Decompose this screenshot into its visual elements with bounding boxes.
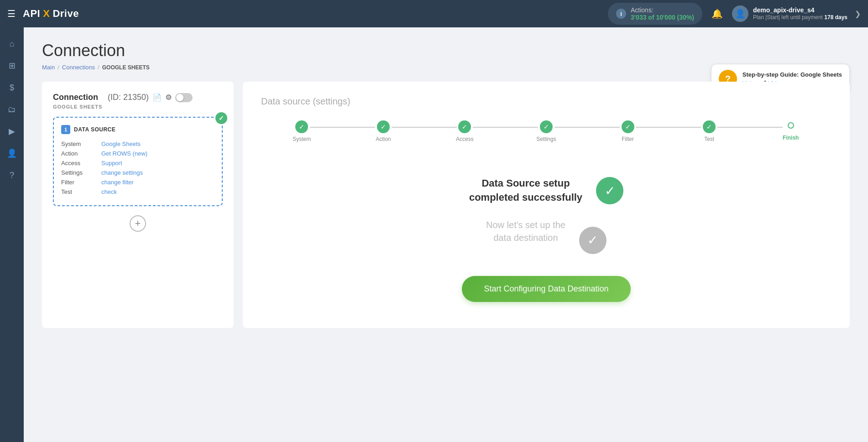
play-icon: ▶ <box>9 126 15 136</box>
user-menu[interactable]: 👤 demo_apix-drive_s4 Plan |Start| left u… <box>732 5 847 22</box>
add-button-container: + <box>53 215 223 232</box>
step-access-circle: ✓ <box>458 120 471 133</box>
step-filter-label: Filter <box>622 136 634 142</box>
question-icon: ? <box>10 171 14 180</box>
success-row-1: Data Source setupcompleted successfully … <box>469 177 623 205</box>
step-finish-circle <box>788 122 794 129</box>
topnav: ☰ APIXDrive i Actions: 3'033 of 10'000 (… <box>0 0 868 27</box>
actions-count: 3'033 of 10'000 (30%) <box>631 14 694 21</box>
sidebar-item-tasks[interactable]: 🗂 <box>3 100 21 119</box>
connection-subtitle: GOOGLE SHEETS <box>53 104 223 109</box>
connection-title: Connection (ID: 21350) 📄 ⚙ <box>53 93 223 102</box>
step-finish: Finish <box>750 122 831 141</box>
success-section: Data Source setupcompleted successfully … <box>261 165 831 313</box>
tasks-icon: 🗂 <box>8 105 16 114</box>
chevron-down-icon[interactable]: ❯ <box>855 10 861 18</box>
start-configuring-button[interactable]: Start Configuring Data Destination <box>462 276 630 302</box>
left-panel: Connection (ID: 21350) 📄 ⚙ GOOGLE SHEETS… <box>42 82 234 328</box>
sidebar-item-account[interactable]: 👤 <box>3 144 21 162</box>
help-title: Step-by-step Guide: Google Sheets <box>743 71 842 78</box>
person-icon: 👤 <box>7 148 17 158</box>
page-title: Connection <box>42 41 850 60</box>
source-row-test: Test check <box>61 188 214 195</box>
success-text-main: Data Source setupcompleted successfully <box>469 177 582 205</box>
step-action: ✓ Action <box>343 120 424 142</box>
info-icon: i <box>616 9 626 19</box>
dollar-icon: $ <box>10 83 14 93</box>
home-icon: ⌂ <box>10 39 15 49</box>
bell-icon[interactable]: 🔔 <box>710 6 725 21</box>
source-card-checkmark: ✓ <box>215 112 227 124</box>
breadcrumb-connections[interactable]: Connections <box>62 64 95 71</box>
logo-x: X <box>43 8 50 20</box>
step-system-label: System <box>293 136 311 142</box>
logo: APIXDrive <box>23 8 79 20</box>
step-settings: ✓ Settings <box>506 120 587 142</box>
settings-icon[interactable]: ⚙ <box>165 93 172 102</box>
step-settings-circle: ✓ <box>540 120 553 133</box>
user-info: demo_apix-drive_s4 Plan |Start| left unt… <box>753 6 847 21</box>
source-row-settings: Settings change settings <box>61 169 214 176</box>
step-test-circle: ✓ <box>703 120 716 133</box>
source-row-filter: Filter change filter <box>61 179 214 186</box>
step-test-label: Test <box>704 136 714 142</box>
pending-text: Now let's set up thedata destination <box>486 218 565 244</box>
step-action-circle: ✓ <box>377 120 390 133</box>
source-row-action: Action Get ROWS (new) <box>61 150 214 157</box>
step-filter-circle: ✓ <box>622 120 634 133</box>
document-icon[interactable]: 📄 <box>152 93 162 102</box>
source-row-access: Access Support <box>61 160 214 166</box>
source-card-header: 1 DATA SOURCE <box>61 125 214 134</box>
actions-pill: i Actions: 3'033 of 10'000 (30%) <box>608 3 702 25</box>
sidebar-item-home[interactable]: ⌂ <box>3 35 21 53</box>
sidebar-item-billing[interactable]: $ <box>3 78 21 97</box>
actions-label: Actions: <box>631 6 694 14</box>
logo-suffix: Drive <box>52 8 79 20</box>
success-checkmark: ✓ <box>596 177 623 204</box>
user-name: demo_apix-drive_s4 <box>753 6 847 14</box>
step-action-label: Action <box>376 136 391 142</box>
success-row-2: Now let's set up thedata destination ✓ <box>486 218 607 262</box>
panels: Connection (ID: 21350) 📄 ⚙ GOOGLE SHEETS… <box>42 82 850 328</box>
source-label: DATA SOURCE <box>74 126 115 133</box>
right-panel: Data source (settings) ✓ System ✓ Action… <box>243 82 850 328</box>
toggle-switch[interactable] <box>175 93 193 102</box>
step-settings-label: Settings <box>536 136 556 142</box>
sidebar-item-help[interactable]: ? <box>3 166 21 184</box>
avatar: 👤 <box>732 5 748 22</box>
user-plan: Plan |Start| left until payment 178 days <box>753 14 847 21</box>
logo-prefix: API <box>23 8 40 20</box>
breadcrumb-current: GOOGLE SHEETS <box>102 64 150 71</box>
step-access-label: Access <box>456 136 474 142</box>
sidebar-item-connections[interactable]: ⊞ <box>3 57 21 75</box>
step-filter: ✓ Filter <box>587 120 669 142</box>
pending-checkmark: ✓ <box>579 227 607 254</box>
step-finish-label: Finish <box>783 135 799 141</box>
add-source-button[interactable]: + <box>130 215 146 232</box>
sidebar-item-play[interactable]: ▶ <box>3 122 21 140</box>
step-system-circle: ✓ <box>295 120 308 133</box>
right-panel-title: Data source (settings) <box>261 96 831 107</box>
source-card: ✓ 1 DATA SOURCE System Google Sheets Act… <box>53 117 223 206</box>
main-content: Connection Main / Connections / GOOGLE S… <box>24 27 868 442</box>
hamburger-icon[interactable]: ☰ <box>7 8 16 19</box>
sidebar: ⌂ ⊞ $ 🗂 ▶ 👤 ? <box>0 27 24 442</box>
step-test: ✓ Test <box>669 120 750 142</box>
step-access: ✓ Access <box>424 120 506 142</box>
step-progress: ✓ System ✓ Action ✓ Access ✓ Settings ✓ <box>261 120 831 142</box>
step-system: ✓ System <box>261 120 343 142</box>
source-number: 1 <box>61 125 70 134</box>
grid-icon: ⊞ <box>9 61 16 71</box>
breadcrumb-main[interactable]: Main <box>42 64 55 71</box>
source-row-system: System Google Sheets <box>61 140 214 147</box>
